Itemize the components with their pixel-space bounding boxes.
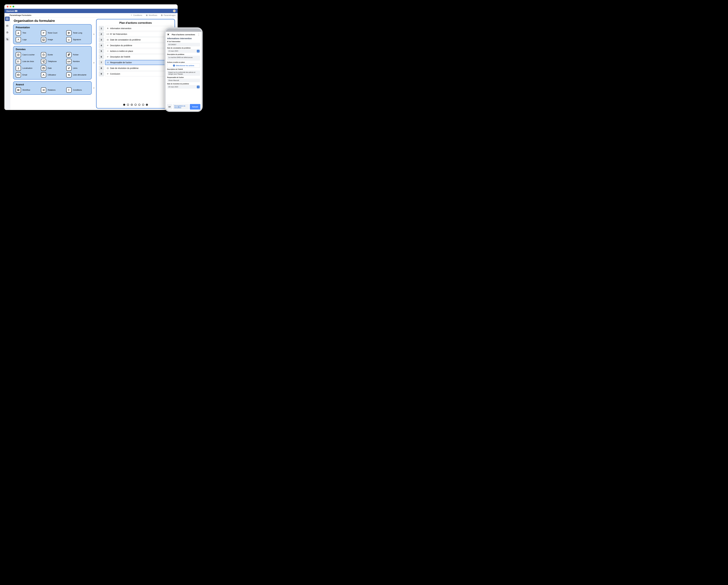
panel-expand-donnees[interactable] [93, 61, 95, 64]
form-row[interactable]: 6 Description de l'intérêt [99, 54, 172, 59]
field-date[interactable]: Date [41, 66, 64, 71]
form-row-field[interactable]: Conclusion [105, 71, 172, 76]
window-close-button[interactable] [7, 6, 8, 7]
field-duration[interactable]: Durée [41, 52, 64, 57]
panel-expand-avance[interactable] [93, 87, 95, 89]
field-number[interactable]: 123 Nombre [66, 59, 89, 64]
text-short-icon [41, 30, 46, 35]
input-num[interactable]: 557245557 [167, 43, 200, 46]
field-relations[interactable]: Relations [41, 87, 64, 93]
svg-rect-26 [198, 51, 199, 52]
select-actions-button[interactable]: + Sélectionner les actions [167, 63, 200, 68]
form-row-field[interactable]: Responsable de l'action [105, 60, 172, 65]
user-avatar[interactable] [173, 9, 176, 12]
phone-notch [166, 29, 202, 32]
pager-page-1[interactable] [123, 104, 125, 106]
field-texte-long[interactable]: Texte Long [66, 30, 89, 35]
form-row[interactable]: 4 Description du problème [99, 43, 172, 48]
pager-page-5[interactable] [138, 104, 140, 106]
form-row[interactable]: 7 Responsable de l'action [99, 60, 172, 65]
form-row[interactable]: 8 Date de résolution du problème [99, 66, 172, 71]
phone-close-button[interactable]: ✕ [167, 33, 169, 36]
form-row-number: 4 [99, 43, 104, 48]
form-row-icon [107, 67, 109, 69]
phone-section-title: Informations intervention [167, 37, 200, 40]
svg-rect-14 [43, 68, 45, 69]
rail-calendar-button[interactable] [5, 24, 9, 28]
form-row-number: 8 [99, 66, 104, 71]
form-row-label: Information intervention [110, 27, 131, 30]
toolbar-conditions[interactable]: Conditions [130, 14, 142, 16]
pager-page-2[interactable] [127, 104, 129, 106]
toolbar-parametrages[interactable]: Paramétrages [161, 14, 176, 16]
svg-point-23 [107, 51, 107, 52]
form-row-label: Actions à mettre en place [110, 50, 133, 52]
rail-apps-button[interactable] [5, 17, 9, 21]
input-date-const[interactable]: 13 mars 2023 [167, 49, 200, 53]
dropdown-icon [66, 72, 72, 77]
pager-page-3[interactable] [131, 104, 133, 106]
panel-expand-presentation[interactable] [93, 33, 95, 35]
field-file[interactable]: Fichier [66, 52, 89, 57]
field-location[interactable]: Localisation [16, 66, 38, 71]
input-desc-int[interactable]: Impact sur la conformité des pièces et d… [167, 71, 200, 76]
form-row-field[interactable]: Date de constatation du problème [105, 37, 172, 42]
calendar-icon[interactable] [197, 50, 200, 52]
field-link[interactable]: Liens [66, 66, 89, 71]
form-row[interactable]: 1 A Information intervention [99, 26, 172, 31]
pager-page-4[interactable] [134, 104, 136, 106]
brand-name: Daxium [6, 10, 14, 12]
pager-page-6[interactable] [142, 104, 144, 106]
form-row[interactable]: 3 Date de constatation du problème [99, 37, 172, 42]
window-titlebar [4, 4, 178, 9]
phone-more-button[interactable]: ⋮ [198, 33, 200, 36]
phone-page-counter[interactable]: 1/2 [167, 104, 172, 109]
field-texte-court[interactable]: Texte Court [41, 30, 64, 35]
field-checkbox[interactable]: Case à cocher [16, 52, 38, 57]
field-conditions[interactable]: ! Conditions [66, 87, 89, 93]
form-row-field[interactable]: Actions à mettre en place [105, 49, 172, 54]
form-row-field[interactable]: Description du problème [105, 43, 172, 48]
field-user[interactable]: Utilisateur [41, 72, 64, 77]
form-row-field[interactable]: 123 N° de l'intervention [105, 32, 172, 36]
form-row-icon [107, 50, 109, 52]
form-row[interactable]: 2 123 N° de l'intervention [99, 32, 172, 36]
form-row-icon [107, 61, 109, 63]
brand-badge: Air [15, 10, 17, 12]
window-minimize-button[interactable] [9, 6, 11, 7]
form-row-icon [107, 44, 109, 47]
exclamation-icon: ! [66, 87, 72, 93]
field-workflow[interactable]: Workflow [16, 87, 38, 93]
field-phone[interactable]: Téléphone [41, 59, 64, 64]
next-button[interactable]: Suivant [190, 104, 200, 109]
form-row-field[interactable]: Date de résolution du problème [105, 66, 172, 71]
svg-point-18 [43, 74, 44, 75]
form-icon [6, 38, 8, 40]
field-signature[interactable]: Signature [66, 37, 89, 42]
form-row-field[interactable]: Description de l'intérêt [105, 54, 172, 59]
save-draft-button[interactable]: Enregistrer en brouillon [173, 104, 189, 109]
field-logo[interactable]: Logo [16, 37, 38, 42]
calendar-icon[interactable] [197, 86, 200, 88]
input-date-res[interactable]: 20 mars 2023 [167, 85, 200, 88]
input-resp[interactable]: Olivier Maroulit [167, 79, 200, 82]
field-choicelist[interactable]: Liste de choix [16, 59, 38, 64]
pager-add-page[interactable]: + [146, 104, 148, 106]
form-canvas: Plan d'actions correctives 1 A Informati… [96, 19, 175, 108]
form-row-label: Description de l'intérêt [110, 56, 130, 58]
toolbar-workflows[interactable]: Workflows [146, 14, 157, 16]
field-image[interactable]: Image [41, 37, 64, 42]
input-desc-prob[interactable]: La machine B456 est défectueuse. [167, 56, 200, 60]
form-row[interactable]: 9 Conclusion [99, 71, 172, 76]
rail-analytics-button[interactable] [5, 31, 9, 34]
field-email[interactable]: Email [16, 72, 38, 77]
form-row[interactable]: 5 Actions à mettre en place [99, 49, 172, 54]
svg-rect-25 [107, 68, 108, 69]
form-row-field[interactable]: A Information intervention [105, 26, 172, 31]
title-icon: A [16, 30, 21, 35]
label-desc-prob: Description du problème [167, 54, 200, 55]
rail-form-builder-button[interactable] [5, 37, 9, 41]
field-titre[interactable]: A Titre [16, 30, 38, 35]
window-maximize-button[interactable] [12, 6, 14, 7]
field-dropdown[interactable]: Liste déroulante [66, 72, 89, 77]
